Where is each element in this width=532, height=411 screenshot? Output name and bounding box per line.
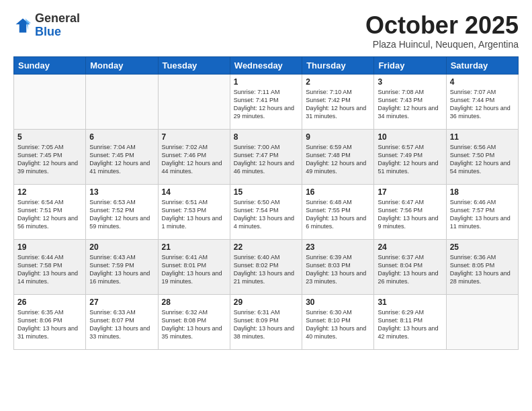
calendar-cell: 1Sunrise: 7:11 AM Sunset: 7:41 PM Daylig… [230, 74, 302, 129]
calendar-cell: 31Sunrise: 6:29 AM Sunset: 8:11 PM Dayli… [374, 294, 446, 349]
day-info: Sunrise: 6:40 AM Sunset: 8:02 PM Dayligh… [234, 253, 298, 286]
calendar-cell [86, 74, 158, 129]
day-info: Sunrise: 6:32 AM Sunset: 8:08 PM Dayligh… [162, 308, 226, 341]
calendar-cell: 8Sunrise: 7:00 AM Sunset: 7:47 PM Daylig… [230, 129, 302, 184]
day-number: 6 [89, 132, 154, 142]
day-number: 12 [17, 187, 82, 197]
day-number: 24 [378, 242, 442, 252]
calendar-page: General Blue October 2025 Plaza Huincul,… [0, 0, 532, 411]
day-info: Sunrise: 6:47 AM Sunset: 7:56 PM Dayligh… [378, 198, 442, 231]
calendar-cell: 5Sunrise: 7:05 AM Sunset: 7:45 PM Daylig… [14, 129, 86, 184]
calendar-cell: 21Sunrise: 6:41 AM Sunset: 8:01 PM Dayli… [158, 239, 230, 294]
weekday-header-thursday: Thursday [302, 56, 374, 74]
calendar-cell: 14Sunrise: 6:51 AM Sunset: 7:53 PM Dayli… [158, 184, 230, 239]
day-number: 31 [378, 298, 442, 307]
subtitle: Plaza Huincul, Neuquen, Argentina [365, 39, 519, 50]
day-number: 2 [306, 77, 370, 87]
day-info: Sunrise: 6:30 AM Sunset: 8:10 PM Dayligh… [306, 308, 370, 341]
day-number: 16 [306, 187, 370, 197]
calendar-cell: 25Sunrise: 6:36 AM Sunset: 8:05 PM Dayli… [446, 239, 518, 294]
weekday-header-tuesday: Tuesday [158, 56, 230, 74]
week-row-1: 5Sunrise: 7:05 AM Sunset: 7:45 PM Daylig… [14, 129, 519, 184]
calendar-cell: 29Sunrise: 6:31 AM Sunset: 8:09 PM Dayli… [230, 294, 302, 349]
calendar-cell: 15Sunrise: 6:50 AM Sunset: 7:54 PM Dayli… [230, 184, 302, 239]
calendar-cell: 11Sunrise: 6:56 AM Sunset: 7:50 PM Dayli… [446, 129, 518, 184]
day-info: Sunrise: 6:41 AM Sunset: 8:01 PM Dayligh… [162, 253, 226, 286]
day-info: Sunrise: 6:39 AM Sunset: 8:03 PM Dayligh… [306, 253, 370, 286]
calendar-cell: 7Sunrise: 7:02 AM Sunset: 7:46 PM Daylig… [158, 129, 230, 184]
calendar-cell: 12Sunrise: 6:54 AM Sunset: 7:51 PM Dayli… [14, 184, 86, 239]
day-info: Sunrise: 7:02 AM Sunset: 7:46 PM Dayligh… [162, 143, 226, 176]
weekday-header-wednesday: Wednesday [230, 56, 302, 74]
calendar-cell: 16Sunrise: 6:48 AM Sunset: 7:55 PM Dayli… [302, 184, 374, 239]
day-number: 14 [162, 187, 226, 197]
month-title: October 2025 [365, 12, 519, 39]
day-info: Sunrise: 6:53 AM Sunset: 7:52 PM Dayligh… [89, 198, 154, 231]
day-info: Sunrise: 6:54 AM Sunset: 7:51 PM Dayligh… [17, 198, 82, 231]
day-number: 10 [378, 132, 442, 142]
weekday-header-friday: Friday [374, 56, 446, 74]
day-info: Sunrise: 7:05 AM Sunset: 7:45 PM Dayligh… [17, 143, 82, 176]
day-number: 30 [306, 298, 370, 307]
calendar-cell [158, 74, 230, 129]
day-number: 15 [234, 187, 298, 197]
logo: General Blue [13, 12, 80, 39]
day-info: Sunrise: 6:31 AM Sunset: 8:09 PM Dayligh… [234, 308, 298, 341]
day-info: Sunrise: 6:48 AM Sunset: 7:55 PM Dayligh… [306, 198, 370, 231]
calendar-cell: 20Sunrise: 6:43 AM Sunset: 7:59 PM Dayli… [86, 239, 158, 294]
day-info: Sunrise: 6:46 AM Sunset: 7:57 PM Dayligh… [450, 198, 515, 231]
calendar-cell: 30Sunrise: 6:30 AM Sunset: 8:10 PM Dayli… [302, 294, 374, 349]
day-info: Sunrise: 7:07 AM Sunset: 7:44 PM Dayligh… [450, 88, 515, 121]
day-info: Sunrise: 6:35 AM Sunset: 8:06 PM Dayligh… [17, 308, 82, 341]
calendar-cell: 3Sunrise: 7:08 AM Sunset: 7:43 PM Daylig… [374, 74, 446, 129]
day-info: Sunrise: 6:56 AM Sunset: 7:50 PM Dayligh… [450, 143, 515, 176]
calendar-cell [446, 294, 518, 349]
day-info: Sunrise: 6:43 AM Sunset: 7:59 PM Dayligh… [89, 253, 154, 286]
day-number: 23 [306, 242, 370, 252]
page-header: General Blue October 2025 Plaza Huincul,… [13, 12, 519, 50]
day-number: 17 [378, 187, 442, 197]
calendar-cell: 22Sunrise: 6:40 AM Sunset: 8:02 PM Dayli… [230, 239, 302, 294]
day-number: 26 [17, 298, 82, 307]
calendar-cell [14, 74, 86, 129]
day-number: 4 [450, 77, 515, 87]
day-number: 18 [450, 187, 515, 197]
calendar-cell: 28Sunrise: 6:32 AM Sunset: 8:08 PM Dayli… [158, 294, 230, 349]
day-number: 21 [162, 242, 226, 252]
logo-general-text: General [35, 11, 80, 25]
day-info: Sunrise: 6:29 AM Sunset: 8:11 PM Dayligh… [378, 308, 442, 341]
calendar-cell: 19Sunrise: 6:44 AM Sunset: 7:58 PM Dayli… [14, 239, 86, 294]
week-row-0: 1Sunrise: 7:11 AM Sunset: 7:41 PM Daylig… [14, 74, 519, 129]
day-number: 7 [162, 132, 226, 142]
day-number: 9 [306, 132, 370, 142]
calendar-cell: 6Sunrise: 7:04 AM Sunset: 7:45 PM Daylig… [86, 129, 158, 184]
calendar-cell: 13Sunrise: 6:53 AM Sunset: 7:52 PM Dayli… [86, 184, 158, 239]
logo-icon [13, 16, 32, 35]
day-info: Sunrise: 6:59 AM Sunset: 7:48 PM Dayligh… [306, 143, 370, 176]
calendar-cell: 23Sunrise: 6:39 AM Sunset: 8:03 PM Dayli… [302, 239, 374, 294]
day-number: 5 [17, 132, 82, 142]
weekday-header-row: SundayMondayTuesdayWednesdayThursdayFrid… [14, 56, 519, 74]
day-info: Sunrise: 7:08 AM Sunset: 7:43 PM Dayligh… [378, 88, 442, 121]
calendar-cell: 10Sunrise: 6:57 AM Sunset: 7:49 PM Dayli… [374, 129, 446, 184]
day-info: Sunrise: 7:11 AM Sunset: 7:41 PM Dayligh… [234, 88, 298, 121]
day-number: 29 [234, 298, 298, 307]
day-info: Sunrise: 6:57 AM Sunset: 7:49 PM Dayligh… [378, 143, 442, 176]
day-number: 28 [162, 298, 226, 307]
day-info: Sunrise: 7:00 AM Sunset: 7:47 PM Dayligh… [234, 143, 298, 176]
day-number: 1 [234, 77, 298, 87]
day-number: 19 [17, 242, 82, 252]
calendar-cell: 17Sunrise: 6:47 AM Sunset: 7:56 PM Dayli… [374, 184, 446, 239]
day-info: Sunrise: 6:37 AM Sunset: 8:04 PM Dayligh… [378, 253, 442, 286]
day-number: 13 [89, 187, 154, 197]
calendar-cell: 24Sunrise: 6:37 AM Sunset: 8:04 PM Dayli… [374, 239, 446, 294]
day-number: 20 [89, 242, 154, 252]
day-info: Sunrise: 6:51 AM Sunset: 7:53 PM Dayligh… [162, 198, 226, 231]
day-number: 8 [234, 132, 298, 142]
day-info: Sunrise: 6:50 AM Sunset: 7:54 PM Dayligh… [234, 198, 298, 231]
logo-blue-text: Blue [35, 25, 61, 38]
calendar-cell: 2Sunrise: 7:10 AM Sunset: 7:42 PM Daylig… [302, 74, 374, 129]
day-info: Sunrise: 6:33 AM Sunset: 8:07 PM Dayligh… [89, 308, 154, 341]
day-info: Sunrise: 7:04 AM Sunset: 7:45 PM Dayligh… [89, 143, 154, 176]
calendar-cell: 18Sunrise: 6:46 AM Sunset: 7:57 PM Dayli… [446, 184, 518, 239]
